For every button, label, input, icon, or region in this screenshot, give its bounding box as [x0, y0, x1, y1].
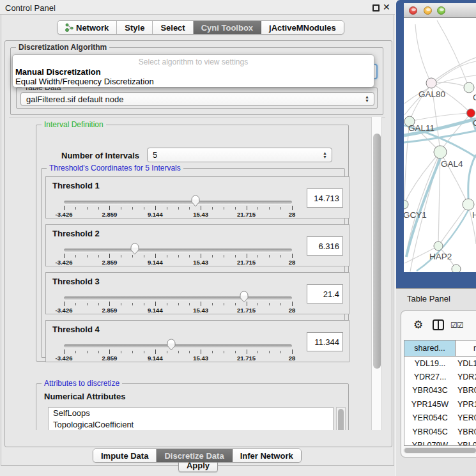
top-tab-bar: Network Style Select Cyni Toolbox jActiv… — [57, 20, 344, 35]
network-node[interactable] — [404, 200, 408, 209]
tab-jactivemnodules[interactable]: jActiveMNodules — [261, 21, 344, 34]
table-row[interactable]: YDR27...YDR2 — [404, 370, 476, 383]
table-data-group: Table Data galFiltered.sif default node … — [16, 88, 378, 109]
slider-track[interactable] — [64, 201, 292, 204]
mac-minimize-icon[interactable] — [424, 6, 432, 15]
interval-definition-title: Interval Definition — [42, 120, 106, 129]
attributes-group: Attributes to discretize Numerical Attri… — [36, 383, 349, 430]
cell-name[interactable]: YER0 — [456, 413, 476, 422]
threshold-panel: Threshold 1 -3.4262.8599.14415.4321.7152… — [45, 176, 349, 219]
network-window-titlebar — [404, 3, 476, 18]
cell-shared-name[interactable]: YDR27... — [404, 372, 456, 381]
table-rows: YDL19...YDL1YDR27...YDR2YBR043CYBR0YPR14… — [404, 357, 476, 446]
tab-discretize-data[interactable]: Discretize Data — [157, 449, 232, 462]
slider-track[interactable] — [64, 344, 292, 348]
network-node[interactable] — [467, 109, 475, 118]
gear-icon[interactable]: ⚙ — [413, 318, 423, 332]
attribute-list-item[interactable]: TopologicalCoefficient — [49, 419, 333, 430]
threshold-value-field[interactable]: 11.344 — [307, 332, 343, 351]
table-row[interactable]: YDL19...YDL1 — [404, 357, 476, 370]
table-data-combobox[interactable]: galFiltered.sif default node ▲▼ — [20, 92, 374, 106]
table-header-row: shared... n — [404, 341, 476, 357]
table-row[interactable]: YBR043CYBR0 — [404, 384, 476, 397]
network-node[interactable] — [434, 146, 447, 158]
attribute-list-item[interactable]: SelfLoops — [49, 408, 333, 419]
threshold-slider[interactable]: -3.4262.8599.14415.4321.71528 — [64, 321, 292, 363]
table-row[interactable]: YBR045CYBR0 — [404, 425, 476, 438]
interval-definition-group: Interval Definition Number of Intervals … — [36, 125, 349, 362]
cell-name[interactable]: YPR1 — [456, 400, 476, 409]
node-table[interactable]: shared... n YDL19...YDL1YDR27...YDR2YBR0… — [404, 340, 476, 446]
scrollbar-thumb[interactable] — [338, 409, 344, 430]
network-node-label: GAL11 — [408, 123, 434, 133]
network-node[interactable] — [464, 82, 474, 93]
algorithm-option-equal-width[interactable]: Equal Width/Frequency Discretization — [15, 77, 154, 86]
cell-name[interactable]: YBR0 — [456, 386, 476, 395]
slider-ticks — [64, 206, 292, 211]
cell-name[interactable]: YBL0 — [456, 441, 476, 446]
threshold-slider[interactable]: -3.4262.8599.14415.4321.71528 — [64, 177, 292, 219]
threshold-value-field[interactable]: 14.713 — [307, 188, 343, 208]
cell-shared-name[interactable]: YDL19... — [404, 359, 456, 368]
cell-shared-name[interactable]: YBL079W — [404, 441, 456, 446]
number-of-intervals-combobox[interactable]: 5 ▲▼ — [147, 148, 332, 162]
network-node[interactable] — [426, 78, 436, 88]
cell-name[interactable]: YDR2 — [456, 372, 476, 381]
tab-network[interactable]: Network — [58, 21, 117, 34]
column-header-name[interactable]: n — [456, 341, 476, 356]
table-horizontal-scrollbar[interactable] — [403, 447, 476, 454]
network-node-label: GAL80 — [418, 89, 445, 99]
combo-arrows-icon: ▲▼ — [323, 151, 327, 159]
threshold-panel: Threshold 3 -3.4262.8599.14415.4321.7152… — [45, 272, 349, 314]
column-layout-icon[interactable] — [433, 319, 445, 331]
threshold-value-field[interactable]: 6.316 — [307, 236, 343, 256]
scrollbar-thumb[interactable] — [404, 448, 476, 453]
mac-close-icon[interactable] — [409, 6, 417, 15]
numerical-attributes-label: Numerical Attributes — [44, 392, 125, 401]
slider-track[interactable] — [64, 296, 292, 300]
algorithm-option-manual[interactable]: Manual Discretization — [15, 67, 101, 77]
select-columns-icons[interactable]: ☑☑ — [450, 321, 463, 330]
close-icon[interactable]: ✕ — [383, 2, 390, 12]
tab-select[interactable]: Select — [153, 21, 193, 34]
threshold-slider[interactable]: -3.4262.8599.14415.4321.71528 — [64, 225, 292, 267]
network-node[interactable] — [463, 199, 474, 210]
slider-tick-labels: -3.4262.8599.14415.4321.71528 — [64, 355, 292, 362]
table-row[interactable]: YPR145WYPR1 — [404, 397, 476, 411]
threshold-slider[interactable]: -3.4262.8599.14415.4321.71528 — [64, 273, 292, 315]
cell-shared-name[interactable]: YER054C — [404, 413, 456, 422]
table-row[interactable]: YER054CYER0 — [404, 411, 476, 425]
network-node-label: H — [472, 210, 476, 220]
network-node[interactable] — [452, 265, 461, 272]
cell-name[interactable]: YBR0 — [456, 427, 476, 436]
network-node-label: HAP2 — [429, 252, 452, 261]
mac-zoom-icon[interactable] — [437, 6, 445, 15]
attributes-list-scrollbar[interactable] — [336, 407, 346, 430]
cell-shared-name[interactable]: YBR045C — [404, 427, 456, 436]
tab-cyni-toolbox[interactable]: Cyni Toolbox — [194, 21, 261, 34]
threshold-value-field[interactable]: 21.4 — [307, 284, 343, 303]
network-node-label: GCY1 — [404, 210, 427, 220]
table-data-value: galFiltered.sif default node — [26, 95, 123, 104]
tab-network-label: Network — [76, 23, 109, 33]
tab-infer-network[interactable]: Infer Network — [233, 449, 301, 462]
table-row[interactable]: YBL079WYBL0 — [404, 438, 476, 446]
numerical-attributes-list[interactable]: SelfLoopsTopologicalCoefficientBetweenne… — [48, 407, 334, 430]
network-node[interactable] — [434, 242, 443, 250]
settings-vertical-scrollbar[interactable] — [371, 117, 382, 430]
slider-track[interactable] — [64, 249, 292, 252]
attributes-group-title: Attributes to discretize — [42, 379, 122, 388]
algorithm-dropdown-hint: Select algorithm to view settings — [13, 58, 374, 66]
tab-style[interactable]: Style — [117, 21, 153, 34]
cell-shared-name[interactable]: YBR043C — [404, 386, 456, 395]
float-window-icon[interactable] — [372, 4, 380, 12]
scrollbar-thumb[interactable] — [373, 134, 381, 369]
network-canvas[interactable]: GAL80GGAL11CGAL4GCY1HHAP2 — [404, 18, 476, 272]
slider-ticks — [64, 254, 292, 259]
tab-impute-data[interactable]: Impute Data — [93, 449, 157, 462]
settings-scroll-viewport: Interval Definition Number of Intervals … — [9, 117, 385, 430]
bottom-tab-bar: Impute Data Discretize Data Infer Networ… — [93, 449, 302, 463]
cell-name[interactable]: YDL1 — [456, 359, 476, 368]
column-header-shared-name[interactable]: shared... — [404, 341, 456, 356]
cell-shared-name[interactable]: YPR145W — [404, 400, 456, 409]
